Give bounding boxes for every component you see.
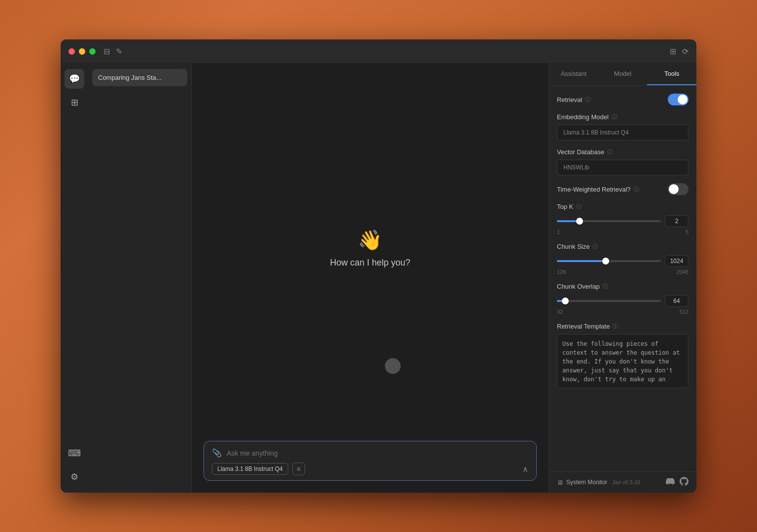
titlebar: ⊟ ✎ ⊞ ⟳ (61, 39, 696, 63)
top-k-track[interactable] (557, 220, 661, 222)
chat-content: 👋 How can I help you? (192, 63, 549, 433)
toggle-thumb-2 (669, 184, 679, 194)
retrieval-template-textarea[interactable]: Use the following pieces of context to a… (557, 334, 688, 388)
typing-indicator (385, 358, 401, 374)
chunk-size-min: 128 (557, 269, 566, 275)
top-k-label: Top K ⓘ (557, 203, 688, 210)
system-monitor-button[interactable]: 🖥 System Monitor (557, 479, 607, 486)
close-button[interactable] (69, 48, 75, 55)
sidebar-item-chat[interactable]: 💬 (65, 69, 84, 89)
discord-icon[interactable] (666, 477, 675, 488)
chunk-size-track[interactable] (557, 260, 661, 262)
terminal-icon: ⌨ (68, 448, 81, 459)
vectordb-info-icon[interactable]: ⓘ (607, 148, 613, 156)
external-icon[interactable]: ⟳ (682, 47, 688, 56)
vector-db-select[interactable]: HNSWLib (557, 160, 688, 175)
top-k-thumb[interactable] (576, 218, 583, 225)
chunk-size-container: Chunk Size ⓘ 1024 128 2048 (557, 243, 688, 275)
tab-tools[interactable]: Tools (647, 63, 696, 85)
sidebar-item-extensions[interactable]: ⊞ (65, 93, 84, 112)
sidebar-bottom: ⌨ ⚙ (65, 443, 84, 487)
top-k-min: 1 (557, 229, 560, 235)
retrieval-template-info-icon[interactable]: ⓘ (613, 323, 618, 330)
chunk-size-label: Chunk Size ⓘ (557, 243, 688, 250)
chunk-size-slider-row: 1024 (557, 255, 688, 267)
sidebar: 💬 ⊞ ⌨ ⚙ (61, 63, 88, 493)
top-k-container: Top K ⓘ 2 1 5 (557, 203, 688, 235)
gear-icon: ⚙ (70, 471, 78, 482)
chunk-overlap-track[interactable] (557, 300, 661, 302)
model-selector[interactable]: Llama 3.1 8B Instruct Q4 (212, 463, 288, 475)
monitor-icon: 🖥 (557, 479, 563, 486)
minimize-button[interactable] (79, 48, 85, 55)
github-icon[interactable] (680, 477, 688, 488)
monitor-label: System Monitor (566, 479, 607, 486)
sidebar-toggle-icon[interactable]: ⊟ (103, 47, 110, 56)
panel-footer: 🖥 System Monitor Jan v0.5.10 (549, 471, 696, 493)
chat-input[interactable] (227, 449, 528, 457)
model-settings-icon[interactable]: ≡ (292, 463, 305, 475)
titlebar-right-icons: ⊞ ⟳ (670, 47, 688, 56)
collapse-button[interactable]: ∧ (522, 465, 528, 474)
vector-db-label: Vector Database ⓘ (557, 148, 688, 156)
chat-input-box[interactable]: 📎 Llama 3.1 8B Instruct Q4 ≡ ∧ (204, 441, 537, 481)
tab-model[interactable]: Model (598, 63, 648, 85)
retrieval-info-icon[interactable]: ⓘ (585, 96, 590, 103)
chat-icon: 💬 (69, 73, 80, 84)
time-weighted-toggle[interactable] (668, 183, 688, 195)
retrieval-toggle[interactable] (668, 94, 688, 105)
edit-icon[interactable]: ✎ (116, 47, 122, 56)
app-window: ⊟ ✎ ⊞ ⟳ 💬 ⊞ ⌨ ⚙ (61, 39, 696, 493)
time-weighted-label: Time-Weighted Retrieval? ⓘ (557, 186, 639, 193)
welcome-text: How can I help you? (330, 258, 410, 268)
top-k-labels: 1 5 (557, 229, 688, 235)
toggle-thumb (678, 95, 688, 104)
chunk-size-info-icon[interactable]: ⓘ (592, 243, 598, 250)
chat-history-item[interactable]: Comparing Jans Sta... (92, 69, 187, 86)
chunk-overlap-label: Chunk Overlap ⓘ (557, 283, 688, 290)
top-k-value[interactable]: 2 (665, 215, 688, 227)
chunk-overlap-thumb[interactable] (562, 298, 569, 304)
welcome-emoji: 👋 (358, 229, 382, 252)
time-weighted-info-icon[interactable]: ⓘ (634, 186, 639, 193)
chunk-size-thumb[interactable] (602, 258, 609, 265)
panel-content: Retrieval ⓘ Embedding Model ⓘ Llama 3.1 … (549, 86, 696, 471)
titlebar-left-icons: ⊟ ✎ (103, 47, 122, 56)
chunk-overlap-info-icon[interactable]: ⓘ (603, 283, 608, 290)
retrieval-template-label: Retrieval Template ⓘ (557, 323, 688, 330)
footer-social (666, 477, 688, 488)
chunk-overlap-min: 32 (557, 309, 563, 315)
sidebar-item-terminal[interactable]: ⌨ (65, 443, 84, 463)
top-k-slider-row: 2 (557, 215, 688, 227)
chunk-overlap-max: 512 (680, 309, 688, 315)
chat-input-row: 📎 (212, 448, 528, 458)
chat-history-panel: Comparing Jans Sta... (88, 63, 192, 493)
time-weighted-row: Time-Weighted Retrieval? ⓘ (557, 183, 688, 195)
main-layout: 💬 ⊞ ⌨ ⚙ Comparing Jans Sta... � (61, 63, 696, 493)
chunk-size-max: 2048 (677, 269, 688, 275)
top-k-max: 5 (686, 229, 688, 235)
chat-history-label: Comparing Jans Sta... (98, 74, 162, 81)
tab-assistant[interactable]: Assistant (549, 63, 598, 85)
sidebar-item-settings[interactable]: ⚙ (65, 467, 84, 487)
chat-input-area: 📎 Llama 3.1 8B Instruct Q4 ≡ ∧ (192, 433, 549, 493)
top-k-info-icon[interactable]: ⓘ (576, 203, 582, 210)
retrieval-row: Retrieval ⓘ (557, 94, 688, 105)
embedding-model-select[interactable]: Llama 3.1 8B Instruct Q4 (557, 125, 688, 140)
embedding-info-icon[interactable]: ⓘ (612, 113, 617, 121)
maximize-button[interactable] (89, 48, 96, 55)
model-badge: Llama 3.1 8B Instruct Q4 ≡ (212, 463, 305, 475)
right-panel: Assistant Model Tools Retrieval ⓘ (549, 63, 696, 493)
chunk-size-fill (557, 260, 606, 262)
chunk-overlap-labels: 32 512 (557, 309, 688, 315)
traffic-lights (69, 48, 96, 55)
chunk-overlap-value[interactable]: 64 (665, 295, 688, 307)
model-label: Llama 3.1 8B Instruct Q4 (217, 466, 283, 472)
chunk-overlap-container: Chunk Overlap ⓘ 64 32 512 (557, 283, 688, 315)
chunk-size-value[interactable]: 1024 (665, 255, 688, 267)
attach-icon[interactable]: 📎 (212, 448, 222, 458)
chunk-size-labels: 128 2048 (557, 269, 688, 275)
layout-icon[interactable]: ⊞ (670, 47, 676, 56)
panel-tabs: Assistant Model Tools (549, 63, 696, 86)
grid-icon: ⊞ (71, 97, 78, 108)
